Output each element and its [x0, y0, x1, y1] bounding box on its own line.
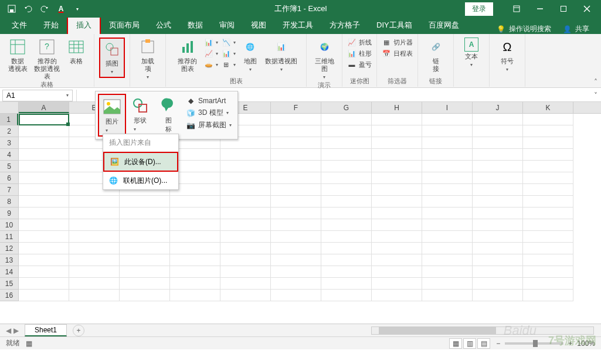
- slicer-button[interactable]: ▦切片器: [382, 38, 413, 47]
- cell[interactable]: [120, 207, 170, 219]
- cell[interactable]: [473, 161, 523, 172]
- cell[interactable]: [69, 219, 120, 231]
- cell[interactable]: [69, 196, 120, 207]
- cell[interactable]: [523, 114, 573, 125]
- row-header[interactable]: 5: [0, 161, 18, 172]
- cell[interactable]: [120, 290, 170, 301]
- cell[interactable]: [321, 184, 372, 196]
- cell[interactable]: [69, 278, 120, 290]
- row-header[interactable]: 16: [0, 290, 18, 301]
- smartart-button[interactable]: ◆SmartArt: [186, 96, 232, 106]
- cell[interactable]: [473, 231, 523, 243]
- cell[interactable]: [321, 161, 372, 172]
- tab-review[interactable]: 审阅: [211, 16, 243, 34]
- cell[interactable]: [473, 125, 523, 137]
- cell[interactable]: [473, 278, 523, 290]
- cell[interactable]: [372, 231, 422, 243]
- cell[interactable]: [473, 114, 523, 125]
- cell[interactable]: [69, 207, 120, 219]
- recommended-pivot-button[interactable]: ?推荐的数据透视表: [34, 38, 60, 80]
- cell[interactable]: [220, 278, 271, 290]
- cell[interactable]: [19, 125, 69, 137]
- cell[interactable]: [120, 278, 170, 290]
- picture-button[interactable]: 图片▾: [98, 94, 126, 137]
- cell[interactable]: [321, 278, 372, 290]
- zoom-out-icon[interactable]: −: [496, 339, 500, 348]
- table-button[interactable]: 表格: [63, 38, 89, 65]
- cell[interactable]: [19, 161, 69, 172]
- cell[interactable]: [321, 231, 372, 243]
- tab-baidu[interactable]: 百度网盘: [420, 16, 467, 34]
- cell[interactable]: [19, 137, 69, 149]
- cell[interactable]: [523, 125, 573, 137]
- cell[interactable]: [220, 219, 271, 231]
- cell[interactable]: [372, 254, 422, 266]
- cell[interactable]: [372, 137, 422, 149]
- cell[interactable]: [372, 207, 422, 219]
- cell[interactable]: [422, 184, 473, 196]
- cell[interactable]: [473, 290, 523, 301]
- cell[interactable]: [120, 219, 170, 231]
- cell[interactable]: [120, 196, 170, 207]
- row-header[interactable]: 15: [0, 278, 18, 290]
- cell[interactable]: [321, 207, 372, 219]
- cell[interactable]: [473, 196, 523, 207]
- tab-file[interactable]: 文件: [4, 16, 35, 34]
- cell[interactable]: [422, 207, 473, 219]
- tab-data[interactable]: 数据: [179, 16, 211, 34]
- cell[interactable]: [523, 266, 573, 278]
- cell[interactable]: [170, 231, 220, 243]
- login-button[interactable]: 登录: [465, 2, 493, 16]
- cell[interactable]: [220, 243, 271, 254]
- cell[interactable]: [523, 290, 573, 301]
- cell[interactable]: [422, 196, 473, 207]
- pivottable-button[interactable]: 数据透视表: [5, 38, 30, 73]
- cells[interactable]: [19, 114, 573, 301]
- row-header[interactable]: 14: [0, 266, 18, 278]
- horizontal-scrollbar[interactable]: [371, 326, 594, 335]
- cell[interactable]: [220, 290, 271, 301]
- collapse-ribbon-icon[interactable]: ˄: [594, 78, 597, 86]
- cell[interactable]: [271, 137, 321, 149]
- tab-insert[interactable]: 插入: [67, 15, 101, 34]
- share-button[interactable]: 👤 共享: [563, 24, 589, 34]
- chart-type-1[interactable]: 📊▾: [204, 38, 218, 47]
- cell[interactable]: [19, 231, 69, 243]
- tab-home[interactable]: 开始: [35, 16, 67, 34]
- cell[interactable]: [422, 125, 473, 137]
- cell[interactable]: [220, 266, 271, 278]
- cell[interactable]: [170, 278, 220, 290]
- tab-ffgz[interactable]: 方方格子: [321, 16, 368, 34]
- maps-button[interactable]: 🌐地图▾: [239, 38, 262, 73]
- cell[interactable]: [271, 114, 321, 125]
- cell[interactable]: [523, 207, 573, 219]
- cell[interactable]: [271, 278, 321, 290]
- cell[interactable]: [422, 149, 473, 161]
- cell[interactable]: [120, 266, 170, 278]
- cell[interactable]: [120, 254, 170, 266]
- cell[interactable]: [170, 207, 220, 219]
- text-button[interactable]: A文本▾: [459, 38, 484, 69]
- cell[interactable]: [422, 290, 473, 301]
- zoom-in-icon[interactable]: +: [568, 339, 572, 348]
- cell[interactable]: [422, 243, 473, 254]
- cell[interactable]: [170, 254, 220, 266]
- cell[interactable]: [422, 161, 473, 172]
- qat-dropdown-icon[interactable]: ▾: [72, 3, 83, 15]
- cell[interactable]: [19, 172, 69, 184]
- ribbon-options-icon[interactable]: [506, 2, 527, 16]
- cell[interactable]: [422, 254, 473, 266]
- column-header[interactable]: K: [523, 102, 573, 113]
- cell[interactable]: [422, 172, 473, 184]
- row-header[interactable]: 10: [0, 219, 18, 231]
- tab-view[interactable]: 视图: [243, 16, 274, 34]
- cell[interactable]: [422, 231, 473, 243]
- cell[interactable]: [473, 219, 523, 231]
- tab-pagelayout[interactable]: 页面布局: [101, 16, 148, 34]
- cell[interactable]: [220, 231, 271, 243]
- chart-type-6[interactable]: ⊞▾: [222, 60, 236, 69]
- cell[interactable]: [321, 219, 372, 231]
- cell[interactable]: [19, 184, 69, 196]
- cell[interactable]: [271, 219, 321, 231]
- cell[interactable]: [473, 172, 523, 184]
